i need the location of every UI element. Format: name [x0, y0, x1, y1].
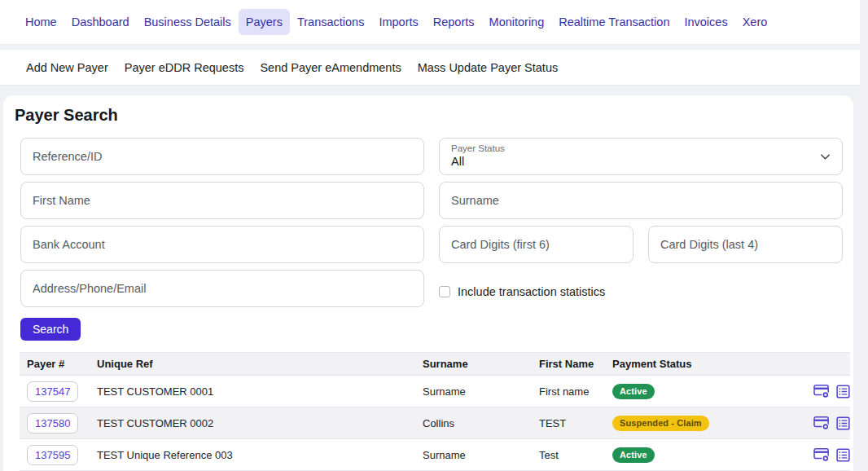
surname-input[interactable]	[439, 182, 843, 219]
subnav-item-send-payer-eamendments[interactable]: Send Payer eAmendments	[252, 55, 409, 81]
payer-details-button[interactable]	[836, 448, 850, 462]
payment-status-badge: Active	[612, 384, 655, 399]
table-row: 137595 TEST Unique Reference 003 Surname…	[20, 439, 850, 471]
payer-search-form: Payer Status All Include transaction sta…	[20, 138, 845, 307]
subnav-item-payer-eddr-requests[interactable]: Payer eDDR Requests	[116, 55, 252, 81]
card-digits-group	[439, 226, 843, 263]
nav-item-home[interactable]: Home	[18, 9, 64, 35]
include-transaction-statistics-label: Include transaction statistics	[458, 285, 605, 298]
first-name-input[interactable]	[20, 182, 424, 219]
nav-item-dashboard[interactable]: Dashboard	[64, 9, 137, 35]
add-payment-card-icon	[813, 452, 830, 464]
payer-number-link[interactable]: 137580	[27, 413, 78, 434]
payers-subnav: Add New Payer Payer eDDR Requests Send P…	[0, 50, 860, 86]
subnav-item-mass-update-payer-status[interactable]: Mass Update Payer Status	[410, 55, 566, 81]
main-navbar: Home Dashboard Business Details Payers T…	[0, 0, 860, 45]
table-row: 137547 TEST CUSTOMER 0001 Surname First …	[20, 376, 850, 407]
first-name-cell: First name	[532, 376, 605, 407]
nav-item-business-details[interactable]: Business Details	[137, 9, 239, 35]
payer-details-icon	[836, 389, 850, 401]
payer-status-label: Payer Status	[451, 143, 809, 154]
unique-ref-cell: TEST CUSTOMER 0002	[90, 407, 415, 439]
address-phone-email-input[interactable]	[20, 270, 424, 307]
nav-item-payers[interactable]: Payers	[239, 9, 290, 35]
surname-cell: Surname	[415, 439, 532, 471]
subnav-item-add-new-payer[interactable]: Add New Payer	[18, 55, 116, 81]
surname-cell: Surname	[415, 376, 532, 407]
nav-item-imports[interactable]: Imports	[371, 9, 425, 35]
payment-status-badge: Suspended - Claim	[612, 416, 709, 431]
include-transaction-statistics-checkbox[interactable]	[439, 286, 450, 297]
include-stats-row: Include transaction statistics	[439, 270, 843, 307]
add-payment-card-icon	[813, 389, 830, 401]
add-payment-card-button[interactable]	[813, 447, 830, 462]
col-header-payment-status: Payment Status	[605, 353, 786, 376]
table-header-row: Payer # Unique Ref Surname First Name Pa…	[20, 353, 850, 376]
chevron-down-icon	[819, 151, 831, 166]
payer-search-card: Payer Search Payer Status All Include tr…	[3, 95, 853, 471]
payer-details-button[interactable]	[836, 416, 850, 430]
nav-item-invoices[interactable]: Invoices	[677, 9, 734, 35]
vertical-scrollbar[interactable]	[860, 0, 868, 471]
nav-item-transactions[interactable]: Transactions	[290, 9, 371, 35]
page-title: Payer Search	[15, 105, 845, 125]
payer-number-link[interactable]: 137595	[27, 445, 78, 465]
payer-details-icon	[836, 452, 850, 464]
card-digits-first6-input[interactable]	[439, 226, 633, 263]
payer-details-button[interactable]	[836, 385, 850, 398]
add-payment-card-button[interactable]	[813, 416, 830, 430]
unique-ref-cell: TEST CUSTOMER 0001	[90, 376, 415, 407]
first-name-cell: Test	[532, 439, 605, 471]
payer-details-icon	[836, 420, 850, 433]
card-digits-last4-input[interactable]	[648, 226, 843, 263]
payer-results-table: Payer # Unique Ref Surname First Name Pa…	[20, 352, 850, 471]
nav-item-monitoring[interactable]: Monitoring	[482, 9, 552, 35]
unique-ref-cell: TEST Unique Reference 003	[90, 439, 415, 471]
payer-status-value: All	[451, 154, 809, 169]
reference-id-input[interactable]	[20, 138, 424, 175]
payment-status-badge: Active	[612, 447, 655, 463]
nav-item-realtime-transaction[interactable]: Realtime Transaction	[551, 9, 677, 35]
add-payment-card-button[interactable]	[813, 384, 830, 398]
table-row: 137580 TEST CUSTOMER 0002 Collins TEST S…	[20, 407, 850, 439]
col-header-actions	[786, 353, 850, 376]
add-payment-card-icon	[813, 420, 830, 433]
first-name-cell: TEST	[532, 407, 605, 439]
nav-item-reports[interactable]: Reports	[426, 9, 482, 35]
col-header-surname: Surname	[415, 353, 532, 376]
bank-account-input[interactable]	[20, 226, 424, 263]
col-header-first-name: First Name	[532, 353, 605, 376]
search-button[interactable]: Search	[20, 318, 81, 341]
payer-status-select[interactable]: Payer Status All	[439, 138, 843, 175]
col-header-payer-no: Payer #	[20, 353, 90, 376]
payer-number-link[interactable]: 137547	[27, 381, 78, 402]
surname-cell: Collins	[415, 407, 532, 439]
col-header-unique-ref: Unique Ref	[90, 353, 415, 376]
nav-item-xero[interactable]: Xero	[735, 9, 775, 35]
